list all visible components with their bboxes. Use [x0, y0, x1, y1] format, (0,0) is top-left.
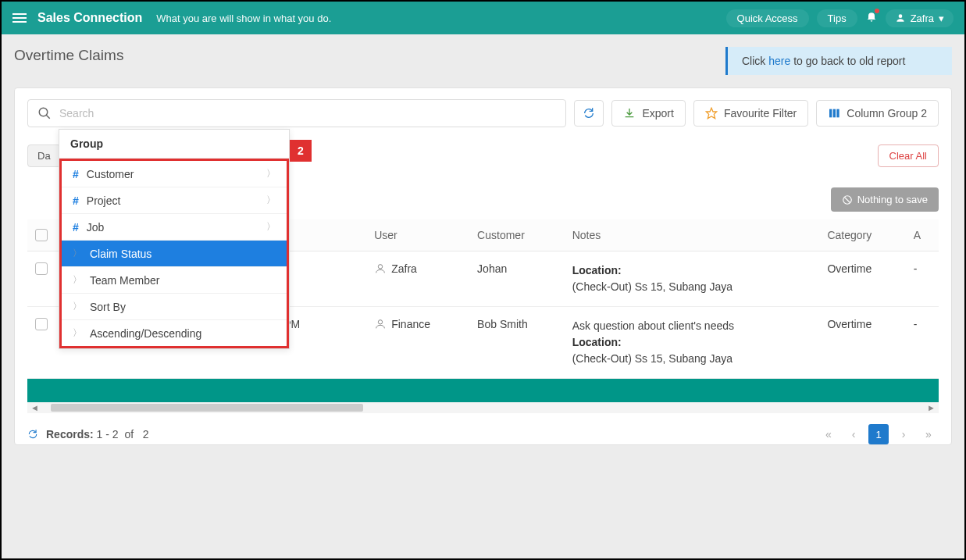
col-last: A	[906, 219, 939, 251]
scroll-right-icon[interactable]: ►	[924, 402, 939, 413]
annotation-badge: 2	[290, 140, 312, 162]
star-icon	[705, 107, 718, 119]
dropdown-item-claim-status[interactable]: 〉 Claim Status	[62, 241, 287, 267]
footer-row: Records: 1 - 2 of 2 « ‹ 1 › »	[15, 413, 951, 444]
dropdown-item-customer[interactable]: # Customer 〉	[62, 161, 287, 187]
dropdown-item-asc-desc[interactable]: 〉 Ascending/Descending	[62, 320, 287, 346]
pagination: « ‹ 1 › »	[818, 424, 939, 444]
horizontal-scrollbar[interactable]: ◄ ►	[27, 402, 939, 413]
old-report-link[interactable]: here	[768, 55, 790, 67]
scroll-left-icon[interactable]: ◄	[27, 402, 42, 413]
person-icon	[895, 12, 906, 23]
svg-rect-4	[829, 109, 832, 118]
chevron-right-icon: 〉	[73, 247, 82, 260]
scrollbar-thumb[interactable]	[51, 404, 363, 412]
col-customer: Customer	[469, 219, 565, 251]
column-group-button[interactable]: Column Group 2	[816, 100, 939, 127]
person-icon	[374, 262, 387, 275]
page-title: Overtime Claims	[14, 47, 123, 64]
filter-chip[interactable]: Da	[27, 144, 61, 167]
chevron-down-icon: ▾	[939, 12, 944, 24]
notifications-button[interactable]	[865, 10, 878, 26]
search-input[interactable]	[59, 107, 556, 119]
prohibit-icon	[842, 194, 853, 205]
row-checkbox[interactable]	[35, 262, 48, 275]
columns-icon	[828, 107, 840, 119]
hamburger-icon[interactable]	[12, 13, 27, 23]
chevron-right-icon: 〉	[266, 194, 276, 207]
chevron-right-icon: 〉	[266, 220, 276, 234]
chevron-right-icon: 〉	[73, 326, 82, 340]
nothing-to-save-button: Nothing to save	[831, 187, 939, 212]
svg-line-8	[844, 197, 850, 202]
refresh-button[interactable]	[574, 100, 604, 127]
col-category: Category	[819, 219, 905, 251]
svg-marker-3	[706, 108, 716, 118]
page-first-button[interactable]: «	[818, 424, 839, 444]
dropdown-item-project[interactable]: # Project 〉	[62, 187, 287, 214]
hash-icon: #	[73, 194, 79, 207]
person-icon	[374, 318, 387, 330]
user-menu-button[interactable]: Zafra ▾	[886, 9, 954, 27]
tagline: What you are will show in what you do.	[156, 12, 331, 24]
user-name: Zafra	[911, 12, 934, 24]
export-button[interactable]: Export	[611, 100, 685, 127]
col-user: User	[366, 219, 469, 251]
col-notes: Notes	[565, 219, 820, 251]
quick-access-button[interactable]: Quick Access	[726, 9, 809, 27]
app-header: Sales Connection What you are will show …	[2, 2, 964, 34]
refresh-icon	[583, 107, 595, 119]
dropdown-item-job[interactable]: # Job 〉	[62, 214, 287, 241]
hash-icon: #	[73, 168, 79, 180]
tips-button[interactable]: Tips	[817, 9, 857, 27]
refresh-icon[interactable]	[27, 429, 38, 440]
favourite-filter-button[interactable]: Favourite Filter	[693, 100, 808, 127]
dropdown-item-sort-by[interactable]: 〉 Sort By	[62, 294, 287, 320]
svg-point-9	[379, 265, 383, 269]
dropdown-header: Group	[59, 130, 289, 159]
row-checkbox[interactable]	[35, 318, 48, 330]
dropdown-item-team-member[interactable]: 〉 Team Member	[62, 267, 287, 294]
svg-rect-6	[837, 109, 839, 118]
group-dropdown: Group # Customer 〉 # Project 〉 # Job	[59, 129, 290, 349]
content-area: Overtime Claims Click here to go back to…	[2, 34, 964, 558]
page-last-button[interactable]: »	[918, 424, 939, 444]
brand-name: Sales Connection	[37, 11, 142, 25]
select-all-checkbox[interactable]	[35, 229, 48, 241]
download-icon	[623, 107, 636, 119]
svg-point-1	[39, 108, 48, 116]
svg-rect-5	[833, 109, 836, 118]
summary-band	[27, 379, 939, 402]
svg-point-0	[898, 14, 902, 18]
main-panel: Export Favourite Filter Column Group 2 G…	[14, 87, 952, 445]
search-box[interactable]	[27, 99, 566, 127]
svg-point-10	[379, 320, 383, 324]
hash-icon: #	[73, 221, 79, 234]
search-icon	[37, 106, 52, 120]
svg-line-2	[46, 115, 50, 119]
annotation-highlight: # Customer 〉 # Project 〉 # Job 〉	[59, 159, 289, 348]
page-prev-button[interactable]: ‹	[843, 424, 864, 444]
page-next-button[interactable]: ›	[893, 424, 914, 444]
info-banner: Click here to go back to old report	[725, 47, 952, 75]
chevron-right-icon: 〉	[266, 167, 276, 180]
page-number-button[interactable]: 1	[868, 424, 889, 444]
chevron-right-icon: 〉	[73, 300, 82, 313]
toolbar-row: Export Favourite Filter Column Group 2 G…	[15, 88, 951, 138]
notification-dot-icon	[875, 9, 879, 13]
clear-all-button[interactable]: Clear All	[878, 144, 939, 167]
chevron-right-icon: 〉	[73, 273, 82, 287]
